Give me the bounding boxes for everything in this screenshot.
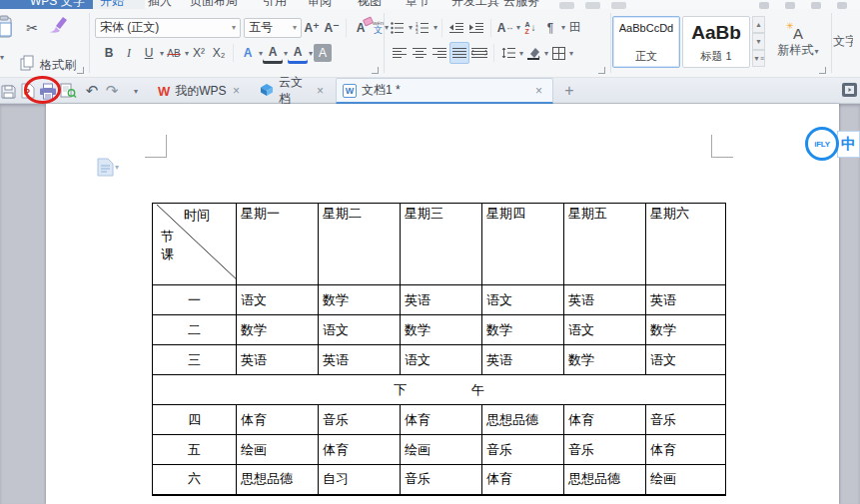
close-tab-icon[interactable]: × <box>313 84 328 98</box>
table-corner-cell[interactable]: 时间节课 <box>153 204 237 285</box>
highlight-button[interactable]: A <box>263 42 283 64</box>
menu-tab-8[interactable]: 开发工具 <box>451 0 499 8</box>
sort-icon[interactable]: AZ↓ <box>520 17 540 39</box>
period-cell[interactable]: 三 <box>153 345 237 375</box>
subject-cell[interactable]: 英语 <box>646 285 726 315</box>
align-left-icon[interactable] <box>390 42 410 64</box>
subject-cell[interactable]: 数学 <box>564 345 646 375</box>
ime-ifly-badge[interactable]: iFLY <box>805 127 839 161</box>
menu-tab-3[interactable]: 页面布局 <box>190 0 238 8</box>
subject-cell[interactable]: 体育 <box>482 465 564 495</box>
day-header-5[interactable]: 星期五 <box>564 204 646 285</box>
char-shading-button[interactable]: A <box>313 42 333 64</box>
period-cell[interactable]: 六 <box>153 465 237 495</box>
undo-icon[interactable]: ↶ <box>82 80 102 102</box>
menu-tab-7[interactable]: 章节 <box>406 0 430 8</box>
day-header-4[interactable]: 星期四 <box>482 204 564 285</box>
show-paragraph-marks-icon[interactable]: ¶ <box>540 17 560 39</box>
subject-cell[interactable]: 体育 <box>646 435 726 465</box>
menu-tab-9[interactable]: 云服务 <box>503 0 539 8</box>
grow-font-button[interactable]: A⁺ <box>302 17 322 39</box>
shrink-font-button[interactable]: A⁻ <box>322 17 342 39</box>
copy-icon[interactable] <box>20 55 35 71</box>
superscript-button[interactable]: X² <box>189 42 209 64</box>
titlebar-tool-icon[interactable] <box>585 2 600 9</box>
subject-cell[interactable]: 音乐 <box>482 435 564 465</box>
document-tab-1[interactable]: W我的WPS× <box>152 78 250 104</box>
subject-cell[interactable]: 数学 <box>482 315 564 345</box>
subject-cell[interactable]: 语文 <box>401 345 482 375</box>
subject-cell[interactable]: 绘画 <box>237 435 319 465</box>
titlebar-tool-icon[interactable] <box>811 2 821 9</box>
subject-cell[interactable]: 英语 <box>237 345 319 375</box>
period-cell[interactable]: 四 <box>153 405 237 435</box>
borders-icon[interactable] <box>548 42 568 64</box>
menu-tab-4[interactable]: 引用 <box>263 0 287 8</box>
page-settings-icon[interactable]: ▾ <box>97 158 119 177</box>
day-header-3[interactable]: 星期三 <box>401 204 482 285</box>
new-style-button[interactable]: A 新样式▾ <box>769 16 827 68</box>
subject-cell[interactable]: 音乐 <box>564 435 646 465</box>
subject-cell[interactable]: 英语 <box>401 285 482 315</box>
menu-tab-1[interactable]: 开始 <box>100 0 124 8</box>
cut-icon[interactable]: ✂ <box>22 17 42 39</box>
subject-cell[interactable]: 数学 <box>646 315 726 345</box>
style-gallery-up-icon[interactable]: ▲ <box>752 16 765 33</box>
align-right-icon[interactable] <box>430 42 449 64</box>
table-grid-icon[interactable]: 田 <box>565 17 585 39</box>
char-scale-icon[interactable]: A↔ <box>495 17 515 39</box>
font-family-select[interactable]: 宋体 (正文)▾ <box>95 18 241 38</box>
day-header-6[interactable]: 星期六 <box>646 204 726 285</box>
paste-icon[interactable] <box>0 15 14 39</box>
document-tab-2[interactable]: 云文档× <box>254 78 334 104</box>
paste-dropdown-icon[interactable]: ▾ <box>0 53 4 62</box>
subject-cell[interactable]: 音乐 <box>646 405 726 435</box>
subject-cell[interactable]: 体育 <box>564 405 646 435</box>
period-cell[interactable]: 一 <box>153 285 237 315</box>
period-cell[interactable]: 五 <box>153 435 237 465</box>
subject-cell[interactable]: 数学 <box>237 315 319 345</box>
day-header-1[interactable]: 星期一 <box>237 204 319 285</box>
bold-button[interactable]: B <box>99 42 119 64</box>
font-dialog-launcher-icon[interactable] <box>372 67 379 74</box>
subject-cell[interactable]: 英语 <box>319 345 401 375</box>
titlebar-tool-icon[interactable] <box>837 2 847 9</box>
titlebar-tool-icon[interactable] <box>785 2 795 9</box>
subject-cell[interactable]: 自习 <box>319 465 401 495</box>
titlebar-tool-icon[interactable] <box>759 2 769 9</box>
subject-cell[interactable]: 体育 <box>401 405 482 435</box>
subject-cell[interactable]: 音乐 <box>319 405 401 435</box>
styles-dialog-launcher-icon[interactable] <box>819 67 826 74</box>
subject-cell[interactable]: 数学 <box>401 315 482 345</box>
line-spacing-icon[interactable] <box>498 42 518 64</box>
style-item-1[interactable]: AaBbCcDd正文 <box>612 16 680 68</box>
numbered-list-icon[interactable]: 123 <box>413 17 432 39</box>
subject-cell[interactable]: 数学 <box>319 285 401 315</box>
subject-cell[interactable]: 思想品德 <box>564 465 646 495</box>
subject-cell[interactable]: 体育 <box>319 435 401 465</box>
paragraph-dialog-launcher-icon[interactable] <box>598 67 605 74</box>
menu-tab-2[interactable]: 插入 <box>148 0 172 8</box>
subject-cell[interactable]: 语文 <box>646 345 726 375</box>
increase-indent-icon[interactable] <box>466 17 486 39</box>
ime-mode-indicator[interactable]: 中 <box>837 131 860 158</box>
subject-cell[interactable]: 绘画 <box>401 435 482 465</box>
afternoon-divider-cell[interactable]: 下 午 <box>153 375 726 405</box>
period-cell[interactable]: 二 <box>153 315 237 345</box>
document-tab-3[interactable]: W文档1 *× <box>336 78 553 104</box>
save-icon[interactable] <box>0 80 18 102</box>
text-effects-button[interactable]: A <box>238 42 258 64</box>
subscript-button[interactable]: X₂ <box>209 42 229 64</box>
clear-format-button[interactable]: A <box>351 17 371 39</box>
subject-cell[interactable]: 语文 <box>319 315 401 345</box>
align-center-icon[interactable] <box>410 42 430 64</box>
day-header-2[interactable]: 星期二 <box>319 204 401 285</box>
subject-cell[interactable]: 英语 <box>482 345 564 375</box>
print-button[interactable] <box>38 80 58 102</box>
subject-cell[interactable]: 语文 <box>482 285 564 315</box>
shading-bucket-icon[interactable] <box>523 42 543 64</box>
subject-cell[interactable]: 语文 <box>237 285 319 315</box>
style-gallery-more-icon[interactable]: ▼≡ <box>752 50 765 67</box>
qat-more-icon[interactable]: ▾ <box>126 80 146 102</box>
titlebar-tool-icon[interactable] <box>559 2 574 9</box>
